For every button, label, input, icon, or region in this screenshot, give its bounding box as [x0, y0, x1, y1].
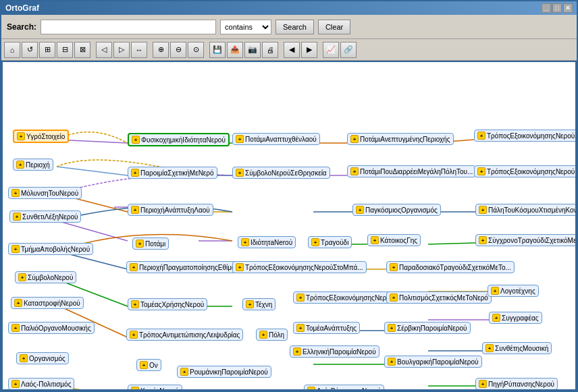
node-n40[interactable]: +ΚάτοικοςΓης [367, 234, 421, 246]
expand-btn-n48[interactable]: + [477, 167, 485, 175]
expand-btn-n54[interactable]: + [479, 380, 487, 388]
node-n4[interactable]: +ΣυνθετιΛέξηΝερού [9, 211, 81, 223]
expand-btn-n41[interactable]: + [390, 263, 398, 271]
tree-icon[interactable]: ⊠ [74, 42, 90, 58]
node-n22[interactable]: +ΠοτάμιΑναπτυχθένλαού [232, 133, 320, 145]
node-n15[interactable]: +Ποτάμι [132, 237, 169, 250]
expand-btn-n12[interactable]: + [132, 136, 140, 144]
node-n50[interactable]: +ΣύγχρονοΤραγούδιΣχετικόΜεΤοΝερ... [475, 234, 577, 246]
node-n1[interactable]: +ΥγρόΣτοιχείο [13, 130, 69, 143]
arrow-left-icon[interactable]: ◁ [96, 42, 112, 58]
node-n14[interactable]: +ΠεριοχήΑνάπτυξηΛαού [128, 204, 213, 216]
expand-btn-n52[interactable]: + [492, 314, 500, 322]
node-n20[interactable]: +ΧορόςΝερού [128, 385, 182, 391]
nav-left-icon[interactable]: ◀ [284, 42, 300, 58]
expand-btn-n32[interactable]: + [180, 368, 188, 376]
chart-icon[interactable]: 📈 [323, 42, 339, 58]
expand-btn-n25[interactable]: + [311, 238, 319, 246]
expand-btn-n36[interactable]: + [296, 324, 305, 332]
close-button[interactable]: ✕ [563, 3, 573, 13]
expand-btn-n19[interactable]: + [140, 361, 148, 369]
expand-btn-n16[interactable]: + [130, 263, 138, 271]
node-n52[interactable]: +Συγγραφέας [489, 312, 542, 324]
node-n32[interactable]: +ΡουμάνικηΠαροιμίαΝερού [177, 366, 271, 378]
node-n24[interactable]: +ΙδιότητaNerού [238, 236, 296, 248]
expand-btn-n27[interactable]: + [246, 300, 254, 308]
expand-btn-n35[interactable]: + [307, 387, 315, 391]
node-n29[interactable]: +Πόλη [256, 329, 288, 341]
expand-btn-n10[interactable]: + [11, 380, 20, 388]
expand-btn-n9[interactable]: + [20, 354, 28, 362]
search-dropdown[interactable]: contains starts with ends with equals [220, 20, 271, 34]
save-icon[interactable]: 💾 [209, 42, 226, 58]
node-n6[interactable]: +ΣύμβολοΝερού [15, 271, 76, 283]
expand-btn-n53[interactable]: + [485, 344, 494, 352]
node-n36[interactable]: +ΤομέαΑνάπτυξης [293, 322, 360, 334]
node-n19[interactable]: +Ον [136, 359, 161, 371]
node-n30[interactable]: +ΕλληνικήΠαροιμίαΝερού [290, 345, 379, 358]
nav-right-icon[interactable]: ▶ [301, 42, 317, 58]
expand-btn-n43[interactable]: + [388, 324, 396, 332]
node-n44[interactable]: +ΒουλγαρικήΠαροιμίαΝερού [384, 356, 482, 368]
search-button[interactable]: Search [275, 20, 314, 34]
home-icon[interactable]: ⌂ [4, 42, 20, 58]
node-n8[interactable]: +ΠαλιόΟργανοΜουσικής [8, 322, 95, 334]
node-n35[interactable]: +ΑιτίαΡύπανσηςΝερού [304, 385, 384, 391]
node-n10[interactable]: +Λαός-Πολιτισμός [8, 378, 74, 390]
expand-btn-n13[interactable]: + [131, 169, 139, 177]
node-n18[interactable]: +ΤρόποςΑντιμετώπισηςΛειψυδρίας [126, 329, 243, 341]
expand-btn-n37[interactable]: + [350, 135, 359, 143]
expand-btn-n14[interactable]: + [131, 206, 139, 214]
expand-btn-n3[interactable]: + [11, 189, 20, 197]
node-n38[interactable]: +ΠοτάμιΠουΔιαρρέειΜεγάληΠόληΤου... [347, 165, 476, 177]
node-n25[interactable]: +Τραγούδι [308, 236, 352, 248]
node-n26[interactable]: +ΤρόποςΕξοικονόμησηςΝερούΣτοΜπά... [232, 261, 367, 273]
node-n13[interactable]: +ΠαροιμίαΣχετικήΜεΝερό [128, 167, 217, 179]
expand-btn-n1[interactable]: + [17, 132, 25, 140]
expand-btn-n40[interactable]: + [371, 236, 379, 244]
expand-btn-n6[interactable]: + [18, 273, 26, 281]
zoom-fit-icon[interactable]: ⊙ [188, 42, 204, 58]
node-n16[interactable]: +ΠεριοχήΠραγματοποίησηςΕθίμου [126, 261, 242, 273]
print-icon[interactable]: 🖨 [262, 42, 278, 58]
node-n3[interactable]: +ΜόλυνσηΤουΝερού [8, 187, 82, 199]
minimize-button[interactable]: _ [542, 3, 551, 13]
expand-btn-n8[interactable]: + [11, 324, 20, 332]
expand-btn-n22[interactable]: + [236, 135, 244, 143]
expand-btn-n20[interactable]: + [131, 387, 139, 391]
node-n49[interactable]: +ΠάληΤουΚόσμουΧτισμένηΚοντάΣεΝε... [475, 204, 577, 216]
expand-btn-n47[interactable]: + [477, 132, 485, 140]
expand-btn-n17[interactable]: + [131, 300, 139, 308]
expand-btn-n38[interactable]: + [350, 167, 359, 175]
camera-icon[interactable]: 📷 [244, 42, 261, 58]
node-n9[interactable]: +Οργανισμός [16, 352, 69, 364]
link-icon[interactable]: 🔗 [340, 42, 357, 58]
node-n5[interactable]: +ΤμήμαΑποβολήςΝερού [8, 243, 93, 255]
expand-btn-n24[interactable]: + [241, 238, 249, 246]
expand-btn-n28[interactable]: + [296, 293, 305, 302]
node-n2[interactable]: +Περιοχή [13, 159, 53, 171]
arrow-right-icon[interactable]: ▷ [113, 42, 130, 58]
export-icon[interactable]: 📤 [227, 42, 243, 58]
expand-btn-n2[interactable]: + [16, 161, 24, 169]
expand-btn-n50[interactable]: + [479, 236, 487, 244]
node-n37[interactable]: +ΠοτάμιΑνεπτυγμένηςΠεριοχής [347, 133, 454, 145]
expand-btn-n26[interactable]: + [236, 263, 244, 271]
expand-btn-n4[interactable]: + [13, 213, 21, 221]
node-n54[interactable]: +ΠηγήΡύπανσηςΝερού [475, 378, 558, 390]
zoom-out-icon[interactable]: ⊖ [170, 42, 186, 58]
node-n39[interactable]: +ΠαγκόσμιοςΟργανισμός [352, 204, 441, 216]
expand-btn-n7[interactable]: + [14, 299, 22, 307]
node-n51[interactable]: +Λογοτέχνης [488, 285, 539, 297]
search-input[interactable] [41, 20, 216, 34]
expand-btn-n39[interactable]: + [356, 206, 364, 214]
expand-btn-n42[interactable]: + [390, 293, 398, 302]
grid-icon[interactable]: ⊞ [39, 42, 55, 58]
node-n43[interactable]: +ΣέρβικηΠαροιμίαΝερού [384, 322, 471, 334]
node-n48[interactable]: +ΤρόποςΕξοικονόμησηςΝερού [474, 165, 577, 177]
expand-btn-n30[interactable]: + [293, 347, 301, 356]
hierarchy-icon[interactable]: ⊟ [57, 42, 73, 58]
node-n17[interactable]: +ΤομέαςΧρήσηςΝερού [128, 298, 207, 310]
expand-btn-n29[interactable]: + [259, 331, 267, 339]
node-n23[interactable]: +ΣύμβολοΝερούΣεΘρησκεία [232, 167, 330, 179]
